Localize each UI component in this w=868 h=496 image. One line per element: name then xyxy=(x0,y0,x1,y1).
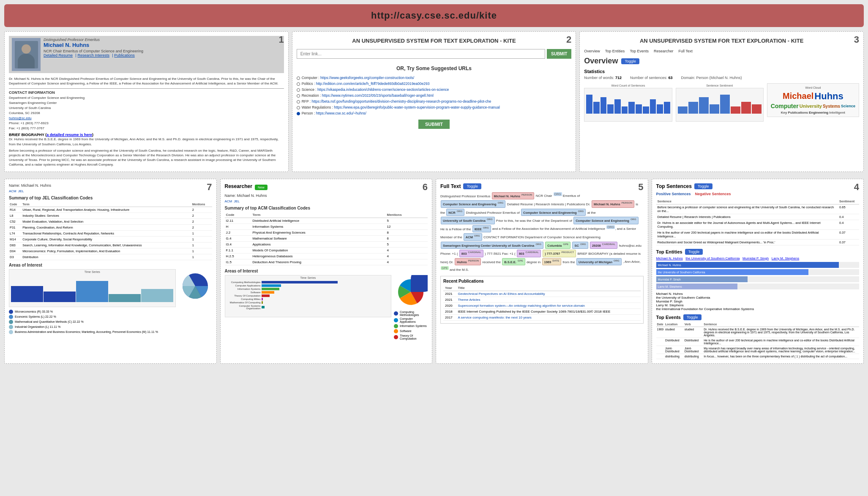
nav-events[interactable]: Top Events xyxy=(630,49,649,53)
events-toggle-btn[interactable]: Toggle xyxy=(683,314,701,320)
acm-col-mentions: Mentions xyxy=(385,212,428,218)
ft-sc: SC ORG xyxy=(572,242,588,249)
resume-link[interactable]: a detailed resume is here xyxy=(46,133,92,137)
profile-photo-inner xyxy=(15,41,38,68)
pub-link[interactable]: A service computing manifesto: the next … xyxy=(458,316,531,319)
url-politics[interactable]: http://edition.cnn.com/en/article/h_f6ff… xyxy=(316,82,430,86)
link-publications[interactable]: Publications xyxy=(114,53,135,57)
events-cell-date xyxy=(656,354,665,359)
jel-cell-code: D83 xyxy=(9,242,22,248)
panel-number-6: 6 xyxy=(423,182,428,193)
jel-bar-5 xyxy=(141,289,173,302)
chart-wordcount: Word Count of Sentences xyxy=(584,83,672,122)
panel-jel: 7 Name: Michael N. Huhns ACM JEL Summary… xyxy=(4,179,217,364)
area-bar-row-8: Computer Systems Organization xyxy=(227,305,390,310)
contact-univ: University of South Carolina xyxy=(9,106,284,111)
nav-entities[interactable]: Top Entities xyxy=(605,49,625,53)
kite-url-input[interactable] xyxy=(297,49,545,59)
jel-cell-term: Corporate Culture, Diversity, Social Res… xyxy=(22,236,191,242)
radio-science[interactable] xyxy=(297,88,300,92)
contact-center: Swearingen Engineering Center xyxy=(9,101,284,106)
acm-row: I1.5Deduction And Theorem Proving4 xyxy=(225,259,428,265)
entity-link-2[interactable]: the University of Southern California xyxy=(685,256,740,260)
areas-title: Areas of Interest xyxy=(225,269,428,273)
sent-col-sentence: Sentence xyxy=(656,199,838,204)
contact-phone: Phone: +1 (803) 777-6923 xyxy=(9,121,284,126)
tab-jel-6[interactable]: JEL xyxy=(234,199,240,203)
nav-fulltext[interactable]: Full Text xyxy=(678,49,692,53)
radio-person[interactable] xyxy=(297,112,300,115)
url-person[interactable]: https://www.cse.sc.edu/~huhns/ xyxy=(316,111,366,115)
events-col-location: Location xyxy=(664,322,684,327)
legend-item-2: Economic Systems (L) 22.22 % xyxy=(9,315,212,319)
bar-7 xyxy=(628,102,635,114)
nav-overview[interactable]: Overview xyxy=(584,49,600,53)
jel-cell-term: Microeconomics: Policy, Formulation, Imp… xyxy=(22,248,191,254)
area-fill-3 xyxy=(262,288,279,290)
url-recreation[interactable]: https://www.nytimes.com/2022/05/23/sport… xyxy=(322,93,434,98)
url-item-person: Person : https://www.cse.sc.edu/~huhns/ xyxy=(297,111,572,115)
chart1-bars xyxy=(584,88,672,122)
entity-link-4[interactable]: Larry M. Stephens xyxy=(772,256,799,260)
researcher-legend: Computing Methodologies Computer Applica… xyxy=(394,311,428,340)
entity-link-1[interactable]: Michael N. Huhns xyxy=(656,256,683,260)
entity-bar-label-3: Murnidai P. Singh xyxy=(658,278,681,281)
url-computer[interactable]: https://www.geeksforgeeks.org/compiler-c… xyxy=(320,76,414,80)
tab-acm-6[interactable]: ACM xyxy=(225,199,232,203)
url-item-recreation: Recreation : https://www.nytimes.com/202… xyxy=(297,93,572,98)
stat-domain: Domain: Person (Michael N. Huhns) xyxy=(681,76,742,80)
entity-bar-chart: Michael N. Huhns the University of South… xyxy=(656,262,860,289)
stats-row: Number of words: 712 Number of sentences… xyxy=(584,76,859,80)
radio-rfp[interactable] xyxy=(297,100,300,104)
events-cell-date xyxy=(656,346,665,354)
submit-btn-top[interactable]: SUBMIT xyxy=(547,49,571,59)
fulltext-toggle[interactable]: Toggle xyxy=(463,183,481,189)
chart2-title: Sentence Sentiment xyxy=(676,83,764,88)
radio-recreation[interactable] xyxy=(297,94,300,98)
entity-toggle-btn[interactable]: Toggle xyxy=(685,249,703,255)
radio-politics[interactable] xyxy=(297,82,300,86)
contact-section: CONTACT INFORMATION Department of Comput… xyxy=(9,88,284,131)
tab-jel-7[interactable]: JEL xyxy=(18,189,24,193)
entity-link-3[interactable]: Murnidai P. Singh xyxy=(742,256,769,260)
contact-title: CONTACT INFORMATION xyxy=(9,90,284,95)
acm-cell-mentions: 4 xyxy=(385,259,428,265)
researcher-new-btn[interactable]: New xyxy=(255,185,267,190)
email-link[interactable]: huhns@sc.edu xyxy=(9,116,32,120)
panel-number-7: 7 xyxy=(207,182,212,193)
entity-extra-links: Michael N. Huhns the University of South… xyxy=(656,292,860,311)
acm-rows: I2.11Distributed Artificial Intelligence… xyxy=(225,218,428,265)
radio-water[interactable] xyxy=(297,106,300,109)
sent-cell-score: 0.4 xyxy=(838,220,859,229)
pub-link[interactable]: Superconcept formation system—An ontolog… xyxy=(458,304,585,308)
ft-text-5: Distinguished Professor Emeritus of xyxy=(466,210,521,214)
rleg-color-3 xyxy=(394,324,398,328)
submit-btn-bottom[interactable]: SUBMIT xyxy=(418,120,450,129)
areas-row: Time Series Computing Methodologies Comp… xyxy=(225,275,428,341)
radio-computer[interactable] xyxy=(297,76,300,80)
top-sent-toggle[interactable]: Toggle xyxy=(694,183,712,189)
sent-row: Before becoming a professor of computer … xyxy=(656,204,860,214)
ft-phone-prod: ) 777-3767 PRODUCT xyxy=(543,250,576,257)
jel-row: P31Planning, Coordination, And Reform2 xyxy=(9,224,212,230)
url-science[interactable]: https://vikaspedia.in/education/children… xyxy=(317,87,449,92)
acm-cell-mentions: 5 xyxy=(385,218,428,223)
area-fill-2 xyxy=(262,284,281,287)
pub-link[interactable]: Geotechnical Perspectives on AI Ethics a… xyxy=(458,292,545,296)
events-cell-location: Distributed xyxy=(664,338,684,346)
tab-acm-7[interactable]: ACM xyxy=(9,189,16,193)
acm-cell-code: I1.5 xyxy=(225,259,251,265)
legend-color-3 xyxy=(9,320,13,324)
link-research[interactable]: Research Interests xyxy=(77,53,109,57)
link-resume[interactable]: Detailed Resume xyxy=(44,53,73,57)
panel-number-2: 2 xyxy=(566,34,571,45)
pub-link[interactable]: Theme Articles xyxy=(458,298,480,302)
nav-researcher[interactable]: Researcher xyxy=(654,49,674,53)
sent-row: Detailed Resume | Research Interests | P… xyxy=(656,214,860,220)
ft-person-2: Michael N. Huhns PERSON xyxy=(592,200,634,208)
area-label-5: Theory Of Computation xyxy=(227,294,261,297)
url-rfp[interactable]: https://beta.nsf.gov/funding/opportuniti… xyxy=(312,99,491,104)
jel-col-mentions: Mentions xyxy=(191,202,212,207)
url-water[interactable]: https://www.epa.gov/dwreginfo/public-wat… xyxy=(334,105,500,109)
overview-toggle-btn[interactable]: Toggle xyxy=(621,58,639,64)
